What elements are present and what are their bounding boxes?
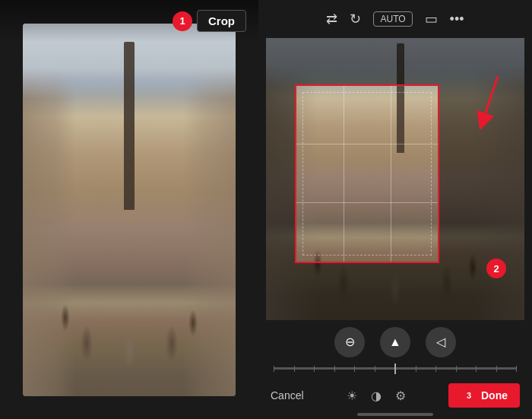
tick bbox=[416, 366, 416, 372]
slider-track bbox=[274, 367, 517, 370]
left-panel: 1 Crop bbox=[0, 0, 258, 419]
svg-line-1 bbox=[483, 76, 498, 122]
flip-v-button[interactable]: ▲ bbox=[380, 327, 410, 357]
edit-toolbar: ⇄ ↻ AUTO ▭ ••• bbox=[258, 0, 532, 38]
step-2-badge: 2 bbox=[486, 259, 506, 278]
edit-icons: ☀ ◑ ⚙ bbox=[347, 389, 406, 403]
done-label: Done bbox=[481, 389, 508, 402]
flip-icon[interactable]: ⇄ bbox=[326, 11, 337, 27]
more-icon[interactable]: ••• bbox=[450, 11, 464, 27]
tick bbox=[435, 366, 436, 372]
crop-button[interactable]: Crop bbox=[197, 10, 246, 32]
action-bar: Cancel ☀ ◑ ⚙ 3 Done bbox=[258, 380, 532, 411]
home-indicator bbox=[357, 413, 433, 416]
right-panel: ⇄ ↻ AUTO ▭ ••• bbox=[258, 0, 532, 419]
right-image-area: 2 bbox=[258, 38, 532, 320]
adjust-icon[interactable]: ⚙ bbox=[395, 389, 406, 403]
step-3-badge: 3 bbox=[461, 387, 477, 404]
slider-ticks bbox=[274, 363, 517, 374]
rotate-icon[interactable]: ↻ bbox=[350, 11, 361, 27]
tick bbox=[456, 366, 457, 372]
step-1-badge: 1 bbox=[173, 11, 192, 31]
left-top-bar: 1 Crop bbox=[0, 0, 258, 42]
photo-figures bbox=[23, 135, 236, 396]
tick bbox=[314, 366, 315, 372]
cancel-button[interactable]: Cancel bbox=[271, 389, 304, 402]
annotation-arrow bbox=[460, 72, 505, 133]
tick bbox=[354, 366, 355, 372]
tick bbox=[334, 366, 335, 372]
palette-icon[interactable]: ◑ bbox=[371, 389, 382, 403]
flip-h-button[interactable]: ⊖ bbox=[334, 327, 365, 357]
tick-center bbox=[394, 363, 396, 374]
left-photo bbox=[23, 24, 236, 396]
rotation-slider[interactable] bbox=[274, 361, 517, 376]
rotate-cw-button[interactable]: ◁ bbox=[426, 327, 456, 357]
right-photo-figures bbox=[266, 122, 524, 321]
done-button-container[interactable]: 3 Done bbox=[448, 383, 520, 408]
tick bbox=[516, 366, 517, 372]
auto-button[interactable]: AUTO bbox=[373, 11, 412, 27]
transform-buttons: ⊖ ▲ ◁ bbox=[334, 327, 456, 357]
tick bbox=[274, 366, 274, 372]
bottom-controls: ⊖ ▲ ◁ bbox=[258, 320, 532, 419]
tick bbox=[476, 366, 477, 372]
step-2-container: 2 bbox=[486, 259, 511, 278]
tick bbox=[294, 366, 295, 372]
aspect-ratio-icon[interactable]: ▭ bbox=[425, 11, 438, 27]
tick bbox=[375, 366, 375, 372]
brightness-icon[interactable]: ☀ bbox=[347, 389, 357, 403]
tick bbox=[496, 366, 497, 372]
